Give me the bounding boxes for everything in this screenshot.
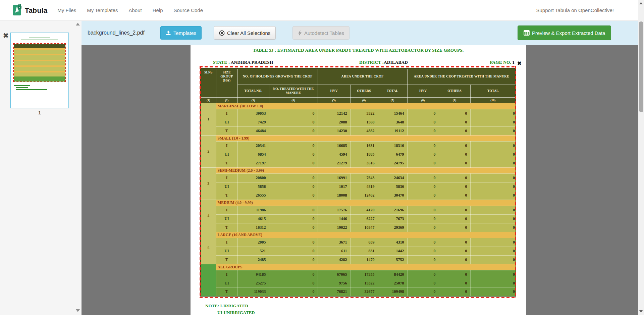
clear-all-selections-label: Clear All Selections — [227, 30, 270, 36]
circle-x-icon — [219, 30, 225, 36]
pdf-page[interactable]: TABLE 5J : ESTIMATED AREA UNDER PADDY TR… — [191, 45, 526, 315]
selection-border-left — [200, 66, 201, 298]
district-field: DISTRICT :ADILABAD — [359, 60, 408, 65]
support-link[interactable]: Support Tabula on OpenCollective! — [536, 7, 614, 13]
sidebar-scroll-down-icon[interactable] — [76, 309, 80, 312]
thumbnail-note-line — [14, 85, 30, 86]
scroll-down-icon[interactable] — [639, 310, 643, 313]
table-grid-icon — [524, 30, 530, 36]
nav-item-about[interactable]: About — [123, 7, 147, 13]
preview-export-button[interactable]: Preview & Export Extracted Data — [518, 25, 611, 40]
page-thumbnail[interactable] — [10, 33, 69, 108]
selection-border-top — [200, 66, 516, 67]
thumbnail-note-line — [16, 89, 47, 90]
document-notes: NOTE: I-IRRIGATED UI-UNIRRIGATED — [205, 303, 255, 315]
thumbnail-page-number: 1 — [10, 110, 69, 115]
open-filename: background_lines_2.pdf — [88, 21, 145, 45]
brand-title: Tabula — [25, 6, 47, 14]
navbar: Tabula My Files My Templates About Help … — [0, 0, 644, 21]
selection-border-right — [515, 66, 516, 298]
autodetect-tables-button[interactable]: Autodetect Tables — [292, 26, 350, 40]
preview-export-label: Preview & Export Extracted Data — [532, 30, 605, 36]
selection-border-bottom — [200, 297, 516, 298]
pdf-viewer: TABLE 5J : ESTIMATED AREA UNDER PADDY TR… — [82, 45, 638, 315]
brand[interactable]: Tabula — [13, 4, 47, 17]
nav-item-source-code[interactable]: Source Code — [168, 7, 209, 13]
tabula-logo-icon — [13, 4, 22, 17]
sidebar-scroll-up-icon[interactable] — [76, 23, 80, 25]
nav-menu: My Files My Templates About Help Source … — [52, 7, 208, 13]
document-title: TABLE 5J : ESTIMATED AREA UNDER PADDY TR… — [191, 48, 526, 53]
table-selection-region[interactable] — [200, 66, 516, 298]
thumbnail-table-preview — [13, 43, 66, 82]
note-line-2: UI-UNIRRIGATED — [217, 309, 255, 315]
template-upload-icon — [166, 30, 171, 36]
templates-button[interactable]: Templates — [160, 26, 202, 40]
nav-item-my-files[interactable]: My Files — [52, 7, 82, 13]
scrollbar-thumb[interactable] — [639, 21, 643, 112]
toolbar: background_lines_2.pdf Templates Clear A… — [82, 21, 638, 45]
window-scrollbar[interactable] — [638, 0, 644, 315]
page-no-field: PAGE NO. 1 — [490, 60, 515, 65]
sidebar: ✖ 1 — [0, 21, 82, 315]
autodetect-tables-label: Autodetect Tables — [304, 30, 344, 36]
templates-button-label: Templates — [173, 30, 196, 36]
note-line-1: NOTE: I-IRRIGATED — [205, 303, 255, 309]
state-field: STATE : ANDHRA PRADESH — [213, 60, 273, 65]
lightning-bolt-icon — [298, 30, 302, 36]
remove-file-icon[interactable]: ✖ — [3, 32, 9, 39]
tabula-app: Tabula My Files My Templates About Help … — [0, 0, 644, 315]
clear-all-selections-button[interactable]: Clear All Selections — [214, 26, 276, 40]
thumbnail-title-line — [29, 38, 50, 38]
thumbnail-note-line — [16, 87, 28, 88]
nav-item-help[interactable]: Help — [147, 7, 168, 13]
selection-close-icon[interactable]: ✖ — [517, 60, 522, 66]
scroll-up-icon[interactable] — [639, 2, 643, 4]
nav-item-my-templates[interactable]: My Templates — [82, 7, 123, 13]
thumbnail-title-line — [21, 40, 58, 40]
